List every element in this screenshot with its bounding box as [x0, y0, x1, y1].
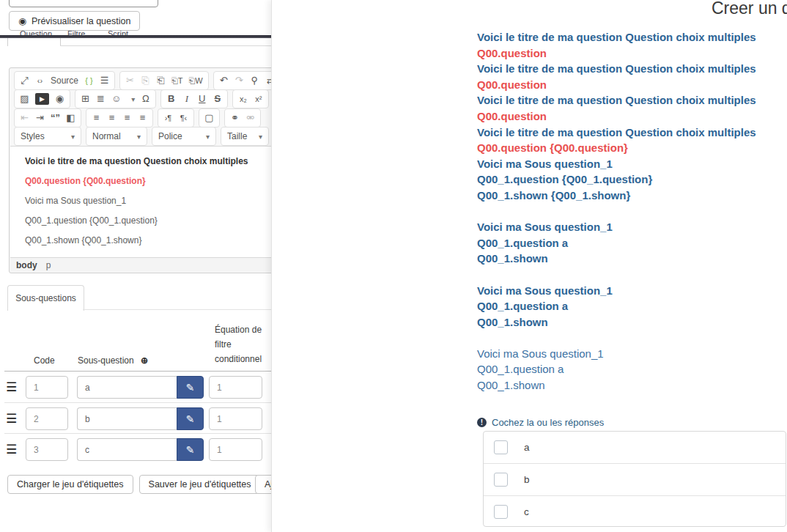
bidi-ltr-icon[interactable]: ›¶ — [163, 113, 173, 123]
font-dropdown-label: Police — [158, 131, 182, 141]
menu-icon[interactable]: ☰ — [100, 75, 109, 86]
image-icon[interactable]: ▨ — [20, 94, 29, 104]
preview-line: Q00_1.question a — [477, 235, 756, 251]
align-left-icon[interactable]: ≡ — [92, 113, 101, 123]
filter-input-row2[interactable] — [209, 407, 262, 430]
tab-sous-questions[interactable]: Sous-questions — [7, 285, 84, 311]
blockquote-icon[interactable]: “” — [51, 113, 60, 123]
paste-icon[interactable]: ⎗ — [156, 75, 166, 86]
superscript-icon[interactable]: x² — [254, 94, 263, 104]
undo-icon[interactable]: ↶ — [219, 75, 229, 86]
find-icon[interactable]: ⚲ — [250, 75, 259, 86]
preview-line: Voici ma Sous question_1 — [477, 219, 756, 235]
list-item: c — [484, 495, 786, 527]
subquestion-input-row3[interactable] — [77, 438, 177, 461]
preview-line: Q00_1.shown {Q00_1.shown} — [477, 188, 756, 204]
globe-icon[interactable]: ⊕ — [141, 355, 148, 366]
unlink-icon[interactable]: ⚮ — [245, 113, 255, 123]
preview-question-button[interactable]: ◉ Prévisualiser la question — [9, 11, 140, 31]
filter-input-row1[interactable] — [209, 376, 262, 399]
preview-panel: Creer un d Voici le titre de ma question… — [271, 0, 787, 532]
italic-icon[interactable]: I — [182, 94, 191, 104]
editor-element-path: body p — [10, 257, 273, 272]
horizontal-rule-icon[interactable]: ≣ — [96, 94, 106, 104]
bold-icon[interactable]: B — [166, 94, 176, 104]
align-center-icon[interactable]: ≡ — [107, 113, 117, 123]
table-icon[interactable]: ⊞ — [81, 94, 90, 104]
option-label[interactable]: c — [524, 506, 529, 517]
align-justify-icon[interactable]: ≡ — [138, 113, 147, 123]
underline-icon[interactable]: U — [197, 94, 207, 104]
answer-help: ! Cochez la ou les réponses — [477, 417, 604, 428]
edit-subquestion-button[interactable]: ✎ — [177, 438, 204, 461]
code-input-row2[interactable] — [26, 407, 68, 430]
option-label[interactable]: a — [524, 442, 530, 453]
subscript-icon[interactable]: x₂ — [238, 94, 248, 104]
editor-content[interactable]: Voici le titre de ma question Question c… — [10, 146, 273, 264]
language-icon[interactable]: ▢ — [204, 113, 214, 123]
styles-dropdown[interactable]: Styles ▾ — [14, 127, 81, 146]
indent-icon[interactable]: ⇥ — [35, 113, 45, 123]
preview-line: Q00_1.shown — [477, 377, 756, 394]
filter-input-row3[interactable] — [209, 438, 262, 461]
editor-line: Q00_1.question {Q00_1.question} — [25, 216, 273, 226]
special-char-icon[interactable]: Ω — [141, 94, 150, 104]
drag-handle-icon[interactable]: ☰ — [6, 443, 17, 456]
paste-word-icon[interactable]: ⎗W — [189, 75, 203, 86]
code-input-row1[interactable] — [26, 376, 68, 399]
toolbar-group-media: ▨ ▶ ◉ — [14, 89, 70, 108]
outdent-icon[interactable]: ⇤ — [20, 113, 29, 123]
source-icon[interactable]: ‹› — [35, 75, 45, 86]
checkbox-option-b[interactable] — [494, 473, 508, 487]
edit-subquestion-button[interactable]: ✎ — [177, 376, 204, 399]
toolbar-group-links: ⚭ ⚮ — [224, 108, 261, 128]
answer-help-text: Cochez la ou les réponses — [492, 417, 604, 428]
edit-subquestion-button[interactable]: ✎ — [177, 407, 204, 430]
smiley-icon[interactable]: ☺ — [111, 94, 121, 104]
toolbar-group-doctools: ⤢ ‹› Source { } ☰ — [14, 71, 115, 90]
strike-icon[interactable]: S — [213, 94, 222, 104]
cut-icon[interactable]: ✂ — [125, 75, 135, 86]
size-dropdown[interactable]: Taille ▾ — [221, 127, 269, 146]
drag-handle-icon[interactable]: ☰ — [6, 381, 17, 394]
rich-text-editor: ⤢ ‹› Source { } ☰ ✂ ⎘ ⎗ ⎗T ⎗W ↶ ↷ ⚲ ⇄ ▤ … — [9, 67, 273, 273]
link-icon[interactable]: ⚭ — [230, 113, 240, 123]
preview-line: Q00.question — [477, 45, 756, 62]
label-set-buttons: Charger le jeu d'étiquettes Sauver le je… — [7, 475, 261, 494]
template-icon[interactable]: { } — [84, 75, 94, 86]
font-dropdown[interactable]: Police ▾ — [152, 127, 216, 146]
align-right-icon[interactable]: ≡ — [122, 113, 132, 123]
preview-line-blank — [477, 330, 756, 346]
maximize-icon[interactable]: ⤢ — [20, 75, 29, 86]
code-input-row3[interactable] — [26, 438, 68, 461]
bidi-rtl-icon[interactable]: ¶‹ — [179, 113, 188, 123]
save-label-set-button[interactable]: Sauver le jeu d'étiquettes — [139, 475, 261, 494]
option-label[interactable]: b — [524, 474, 530, 485]
flash-icon[interactable]: ▶ — [35, 93, 49, 105]
table-header-divider — [4, 371, 273, 372]
chevron-down-icon[interactable]: ▾ — [131, 95, 135, 103]
source-label[interactable]: Source — [51, 75, 78, 86]
redo-icon[interactable]: ↷ — [234, 75, 244, 86]
checkbox-option-c[interactable] — [494, 505, 508, 519]
load-label-set-button[interactable]: Charger le jeu d'étiquettes — [7, 475, 133, 494]
div-container-icon[interactable]: ◧ — [66, 113, 75, 123]
drag-handle-icon[interactable]: ☰ — [6, 413, 17, 425]
add-subquestion-button[interactable]: Aj — [255, 475, 273, 494]
subquestion-input-row1[interactable] — [77, 376, 177, 399]
preview-line: Voici ma Sous question_1 — [477, 283, 756, 299]
subquestion-input-row2[interactable] — [77, 407, 177, 430]
path-body[interactable]: body — [16, 260, 37, 270]
path-p[interactable]: p — [46, 260, 51, 270]
question-code-input[interactable] — [9, 0, 158, 7]
preview-line: Q00_1.question a — [477, 361, 756, 377]
column-header-code: Code — [34, 355, 55, 366]
media-icon[interactable]: ◉ — [55, 94, 64, 104]
paste-text-icon[interactable]: ⎗T — [171, 75, 183, 86]
format-dropdown[interactable]: Normal ▾ — [86, 127, 147, 146]
checkbox-option-a[interactable] — [494, 440, 508, 454]
table-row-divider — [4, 402, 273, 403]
toolbar-group-language: ▢ — [199, 108, 220, 128]
preview-question-label: Prévisualiser la question — [32, 16, 131, 26]
copy-icon[interactable]: ⎘ — [141, 75, 150, 86]
